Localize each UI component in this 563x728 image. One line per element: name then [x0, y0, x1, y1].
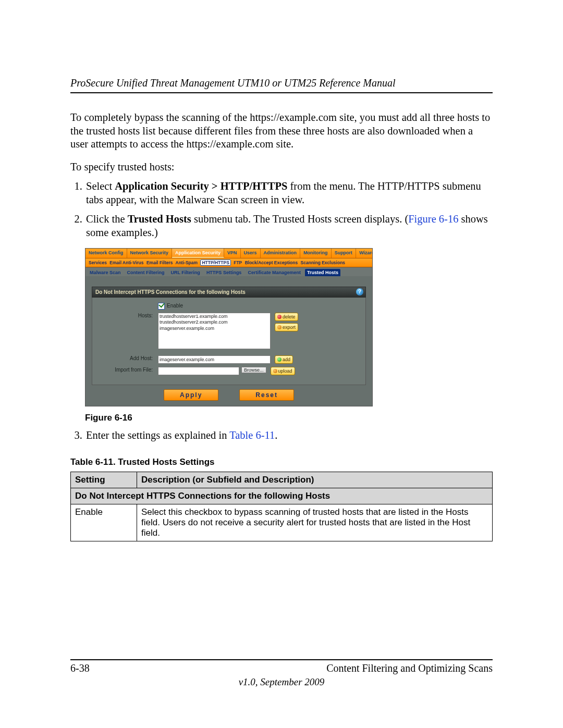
host-item[interactable]: trustedhostserver1.example.com: [160, 314, 269, 319]
upload-button[interactable]: upload: [271, 367, 295, 375]
svc-services[interactable]: Services: [89, 260, 107, 265]
chapter-title: Content Filtering and Optimizing Scans: [326, 662, 493, 674]
add-label: add: [283, 357, 290, 362]
th-description: Description (or Subfield and Description…: [137, 472, 493, 488]
enable-checkbox[interactable]: [158, 303, 165, 310]
add-icon: [277, 357, 282, 362]
export-icon: [277, 325, 282, 329]
cell-description: Select this checkbox to bypass scanning …: [137, 504, 493, 541]
hosts-listbox[interactable]: trustedhostserver1.example.com trustedho…: [158, 313, 271, 349]
step-2: Click the Trusted Hosts submenu tab. The…: [85, 212, 493, 240]
subtab-https-settings[interactable]: HTTPS Settings: [204, 269, 244, 276]
step-3-text-a: Enter the settings as explained in: [86, 429, 229, 441]
tab-application-security[interactable]: Application Security: [172, 249, 224, 258]
panel-body: Enable Hosts: trustedhostserver1.example…: [92, 298, 366, 385]
tab-network-security[interactable]: Network Security: [127, 249, 173, 258]
cell-setting: Enable: [71, 504, 137, 541]
version-line: v1.0, September 2009: [0, 676, 563, 688]
delete-label: delete: [283, 314, 296, 319]
screenshot-app: Network Config Network Security Applicat…: [85, 248, 373, 406]
export-button[interactable]: export: [275, 323, 298, 331]
hosts-label: Hosts:: [100, 313, 158, 318]
section-header: Do Not Intercept HTTPS Connections for t…: [71, 488, 493, 504]
footer-rule: [70, 659, 493, 660]
tab-administration[interactable]: Administration: [261, 249, 301, 258]
settings-table: Setting Description (or Subfield and Des…: [70, 472, 493, 541]
step-1-bold: Application Security > HTTP/HTTPS: [115, 180, 287, 192]
export-label: export: [283, 325, 296, 330]
browse-button[interactable]: Browse...: [241, 367, 266, 373]
step-1-text-a: Select: [86, 180, 115, 192]
host-item[interactable]: trustedhostserver2.example.com: [160, 319, 269, 325]
enable-label: Enable: [167, 303, 183, 309]
import-file-input[interactable]: [158, 367, 239, 375]
table-caption: Table 6-11. Trusted Hosts Settings: [70, 457, 493, 467]
add-host-label: Add Host:: [100, 355, 158, 361]
svc-email-filters[interactable]: Email Filters: [146, 260, 173, 265]
figure-6-16: Network Config Network Security Applicat…: [85, 248, 493, 423]
running-header: ProSecure Unified Threat Management UTM1…: [70, 77, 493, 93]
page-number: 6-38: [70, 662, 90, 674]
reset-button[interactable]: Reset: [239, 389, 294, 401]
subtab-row: Malware Scan Content Filtering URL Filte…: [85, 267, 372, 276]
host-item[interactable]: imageserver.example.com: [160, 326, 269, 331]
tab-monitoring[interactable]: Monitoring: [300, 249, 332, 258]
step-2-text-c: submenu tab. The Trusted Hosts screen di…: [191, 213, 408, 225]
subtab-cert-mgmt[interactable]: Certificate Management: [246, 269, 303, 276]
delete-icon: [277, 315, 282, 319]
svc-email-av[interactable]: Email Anti-Virus: [109, 260, 143, 265]
upload-icon: [273, 369, 277, 373]
intro-paragraph: To completely bypass the scanning of the…: [70, 111, 493, 151]
subtab-malware-scan[interactable]: Malware Scan: [88, 269, 123, 276]
svc-ftp[interactable]: FTP: [234, 260, 242, 265]
svc-block-accept[interactable]: Block/Accept Exceptions: [245, 260, 298, 265]
help-icon[interactable]: ?: [356, 288, 363, 295]
panel-title: Do Not Intercept HTTPS Connections for t…: [95, 289, 246, 295]
upload-label: upload: [278, 368, 292, 374]
step-3: Enter the settings as explained in Table…: [85, 428, 493, 442]
tab-support[interactable]: Support: [332, 249, 357, 258]
svc-http-https[interactable]: HTTP/HTTPS: [200, 260, 230, 266]
panel-header: Do Not Intercept HTTPS Connections for t…: [92, 287, 366, 298]
delete-button[interactable]: delete: [275, 313, 298, 321]
subtab-url-filtering[interactable]: URL Filtering: [169, 269, 202, 276]
apply-button[interactable]: Apply: [164, 389, 218, 401]
lead-in-paragraph: To specify trusted hosts:: [70, 161, 493, 174]
main-tab-row: Network Config Network Security Applicat…: [85, 249, 372, 258]
tab-wizards[interactable]: Wizards: [356, 249, 372, 258]
step-2-bold: Trusted Hosts: [128, 213, 191, 225]
tab-users[interactable]: Users: [241, 249, 261, 258]
subtab-content-filtering[interactable]: Content Filtering: [125, 269, 167, 276]
import-label: Import from File:: [100, 367, 158, 373]
tab-vpn[interactable]: VPN: [224, 249, 241, 258]
step-2-text-a: Click the: [86, 213, 128, 225]
svc-anti-spam[interactable]: Anti-Spam: [176, 260, 198, 265]
step-3-text-b: .: [275, 429, 277, 441]
tab-network-config[interactable]: Network Config: [85, 249, 127, 258]
screen-panel: Do Not Intercept HTTPS Connections for t…: [85, 276, 372, 406]
svc-scan-excl[interactable]: Scanning Exclusions: [301, 260, 346, 265]
services-row: Services Email Anti-Virus Email Filters …: [85, 258, 372, 267]
add-button[interactable]: add: [275, 355, 293, 364]
figure-link[interactable]: Figure 6-16: [408, 213, 458, 225]
figure-caption: Figure 6-16: [85, 413, 493, 423]
subtab-trusted-hosts[interactable]: Trusted Hosts: [305, 269, 340, 276]
th-setting: Setting: [71, 472, 137, 488]
step-1: Select Application Security > HTTP/HTTPS…: [85, 179, 493, 207]
table-row: Enable Select this checkbox to bypass sc…: [71, 504, 493, 541]
add-host-input[interactable]: imageserver.example.com: [158, 355, 271, 364]
table-link[interactable]: Table 6-11: [229, 429, 275, 441]
